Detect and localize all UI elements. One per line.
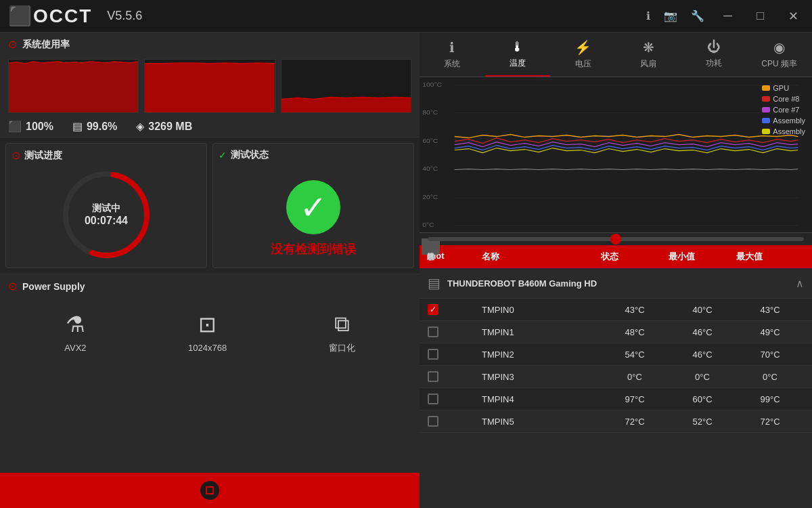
tab-power[interactable]: ⏻ 功耗 (681, 33, 747, 77)
status-header: ✓ 测试状态 (219, 149, 269, 161)
usage-title: 系统使用率 (22, 39, 70, 51)
mem-stat-icon: ◈ (136, 120, 144, 133)
app-version: V5.5.6 (107, 9, 142, 23)
sensor-0-checkbox[interactable]: ✓ (428, 304, 438, 315)
col-name: 名称 (482, 251, 601, 263)
sensor-2-checkbox[interactable] (428, 349, 438, 360)
tab-system[interactable]: ℹ 系统 (420, 33, 485, 77)
logo-text: ⬛OCCT (8, 5, 92, 27)
sensor-1-checkbox[interactable] (428, 326, 438, 337)
circle-text: 测试中 00:07:44 (85, 203, 128, 227)
usage-icon: ⊙ (8, 38, 17, 51)
usage-section: ⊙ 系统使用率 100 50 0 (0, 33, 420, 137)
data-table: ▤ THUNDEROBOT B460M Gaming HD ∧ ✓ TMPIN0… (420, 268, 812, 508)
sensor-0-max: 43°C (736, 305, 804, 315)
tab-fan[interactable]: ❋ 风扇 (616, 33, 681, 77)
left-panel: ⊙ 系统使用率 100 50 0 (0, 33, 420, 508)
app-logo: ⬛OCCT V5.5.6 (8, 5, 142, 27)
sensor-2-status: 54°C (601, 350, 669, 360)
main-layout: ⊙ 系统使用率 100 50 0 (0, 33, 812, 508)
close-button[interactable]: ✕ (783, 7, 804, 25)
legend-gpu-dot (762, 85, 770, 91)
status-checkmark: ✓ (286, 180, 340, 234)
ram-graph: 100 50 0 (144, 59, 275, 113)
sensor-5-checkbox[interactable] (428, 416, 438, 427)
cpu-stat-icon: ⬛ (8, 120, 22, 133)
sensor-3-status: 0°C (601, 372, 669, 382)
legend-assembly1-dot (762, 118, 770, 123)
device-collapse-button[interactable]: ∧ (796, 277, 804, 290)
timeline-slider[interactable] (428, 237, 804, 241)
legend-core7-label: Core #7 (773, 106, 799, 114)
ram-stat-value: 99.6% (87, 121, 117, 133)
cpufreq-tab-icon: ◉ (773, 39, 785, 56)
svg-text:100°C: 100°C (422, 81, 442, 88)
power-icon-avx2: ⚗ AVX2 (64, 312, 86, 354)
sensor-5-min: 52°C (669, 417, 736, 427)
power-icon: ⊙ (8, 280, 17, 293)
power-tab-label: 功耗 (706, 58, 722, 69)
sensor-0-min: 40°C (669, 305, 736, 315)
sensor-4-min: 60°C (669, 394, 736, 404)
temperature-chart: 100°C 80°C 60°C 40°C 20°C 0°C (420, 77, 812, 232)
sensor-4-max: 99°C (736, 394, 804, 404)
usage-stats: ⬛ 100% ▤ 99.6% ◈ 3269 MB (0, 116, 420, 137)
ram-stat-icon: ▤ (72, 120, 83, 133)
tab-voltage[interactable]: ⚡ 电压 (550, 33, 616, 77)
sensor-1-min: 46°C (669, 327, 736, 337)
stop-button[interactable] (200, 481, 219, 500)
progress-icon: ⊙ (12, 149, 20, 162)
power-icons: ⚗ AVX2 ⊡ 1024x768 ⧉ 窗口化 (0, 298, 420, 361)
usage-header: ⊙ 系统使用率 (0, 33, 420, 56)
sensor-row-0: ✓ TMPIN0 43°C 40°C 43°C (420, 299, 812, 321)
maximize-button[interactable]: □ (751, 7, 769, 24)
camera-icon[interactable]: 📷 (664, 9, 677, 22)
sensor-4-checkbox[interactable] (428, 394, 438, 404)
system-tab-label: 系统 (444, 58, 460, 70)
legend-core7-dot (762, 107, 770, 112)
svg-text:40°C: 40°C (422, 165, 438, 173)
usage-graphs: 100 50 0 100 50 0 (0, 56, 420, 116)
tab-temperature[interactable]: 🌡 温度 (485, 33, 551, 77)
titlebar-actions: ℹ 📷 🔧 ─ □ ✕ (646, 7, 804, 25)
sensor-5-name: TMPIN5 (482, 417, 601, 427)
device-row: ▤ THUNDEROBOT B460M Gaming HD ∧ (420, 268, 812, 299)
mem-graph-canvas: 10000 0 (281, 59, 411, 113)
legend-gpu: GPU (762, 84, 805, 92)
data-table-container: Plot 名称 状态 最小值 最大值 ▤ THUNDEROBOT B460M G… (420, 245, 812, 508)
chart-area: 100°C 80°C 60°C 40°C 20°C 0°C (420, 77, 812, 233)
cpufreq-tab-label: CPU 频率 (761, 58, 797, 70)
mem-graph: 10000 0 (281, 59, 411, 113)
circle-time: 00:07:44 (85, 215, 128, 227)
status-msg-pre: 没有 (271, 242, 295, 256)
col-max: 最大值 (736, 251, 804, 263)
power-tab-icon: ⏻ (707, 39, 721, 55)
sensor-3-checkbox[interactable] (428, 371, 438, 382)
device-name: THUNDEROBOT B460M Gaming HD (447, 278, 789, 289)
col-min: 最小值 (669, 251, 736, 263)
tab-cpufreq[interactable]: ◉ CPU 频率 (746, 33, 812, 77)
wrench-icon[interactable]: 🔧 (691, 9, 704, 22)
sensor-1-max: 49°C (736, 327, 804, 337)
chart-legend: GPU Core #8 Core #7 Assembly Assembly (762, 84, 805, 135)
window-symbol: ⧉ (334, 312, 350, 337)
timeline (420, 233, 812, 245)
cpu-stat: ⬛ 100% (8, 120, 53, 133)
svg-rect-8 (420, 77, 812, 232)
cpu-stat-value: 100% (26, 121, 53, 133)
power-icon-window: ⧉ 窗口化 (329, 312, 355, 354)
stop-bar[interactable] (0, 473, 420, 508)
resolution-label: 1024x768 (188, 343, 227, 353)
legend-assembly2: Assembly (762, 127, 805, 135)
svg-text:60°C: 60°C (422, 137, 438, 144)
tab-bar: ℹ 系统 🌡 温度 ⚡ 电压 ❋ 风扇 ⏻ 功耗 ◉ CPU 频率 (420, 33, 812, 77)
timeline-thumb[interactable] (610, 234, 621, 245)
legend-assembly1: Assembly (762, 117, 805, 125)
minimize-button[interactable]: ─ (718, 7, 738, 24)
status-msg-key: 检测到错误 (295, 242, 356, 256)
sensor-2-name: TMPIN2 (482, 350, 601, 360)
cpu-graph-canvas: 100 50 0 (8, 59, 139, 113)
power-header: ⊙ Power Supply (0, 274, 420, 298)
legend-assembly1-label: Assembly (773, 117, 805, 125)
info-icon[interactable]: ℹ (646, 9, 650, 22)
